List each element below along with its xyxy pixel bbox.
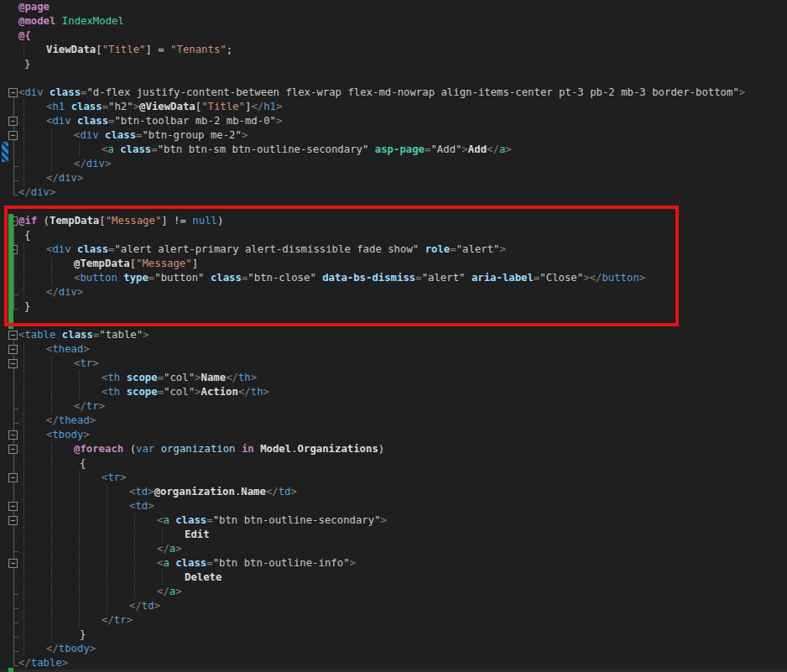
fold-collapse-button[interactable]: − bbox=[8, 345, 18, 354]
fold-guide-line bbox=[13, 100, 14, 114]
code-line[interactable]: </tr> bbox=[0, 613, 787, 628]
code-line[interactable]: −<div class="alert alert-primary alert-d… bbox=[0, 242, 787, 257]
code-token: > bbox=[639, 272, 645, 284]
code-line[interactable]: −@foreach (var organization in Model.Org… bbox=[0, 442, 787, 456]
code-token: "col" bbox=[164, 372, 195, 383]
fold-collapse-button[interactable]: − bbox=[8, 473, 18, 482]
code-line[interactable]: { bbox=[0, 228, 787, 242]
code-token: Action bbox=[201, 386, 238, 398]
indent-guide bbox=[23, 442, 24, 456]
code-line-text: <thead> bbox=[46, 342, 90, 357]
code-line[interactable] bbox=[0, 200, 787, 214]
code-line[interactable]: <h1 class="h2">@ViewData["Title"]</h1> bbox=[0, 100, 787, 114]
code-token: "btn btn-outline-info" bbox=[213, 557, 350, 569]
code-line[interactable]: </td> bbox=[0, 599, 787, 613]
code-line-text: <tr> bbox=[102, 471, 127, 485]
code-line[interactable]: { bbox=[0, 456, 787, 471]
code-token: > bbox=[105, 158, 111, 169]
fold-collapse-button[interactable]: − bbox=[8, 331, 18, 340]
code-token: "button" bbox=[154, 272, 204, 284]
code-line[interactable]: <th scope="col">Action</th> bbox=[0, 385, 787, 399]
code-line[interactable]: </a> bbox=[0, 585, 787, 599]
code-line[interactable]: @model IndexModel bbox=[0, 14, 787, 29]
code-token: Model bbox=[260, 443, 291, 455]
indent-guide bbox=[134, 528, 135, 542]
code-line[interactable]: −<tr> bbox=[0, 357, 787, 371]
code-line[interactable]: −@if (TempData["Message"] != null) bbox=[0, 214, 787, 228]
fold-collapse-button[interactable]: − bbox=[8, 88, 18, 97]
fold-guide-line bbox=[13, 628, 14, 642]
indent-guide bbox=[23, 585, 24, 599]
code-line[interactable]: ViewData["Title"] = "Tenants"; bbox=[0, 43, 787, 57]
indent-guide bbox=[79, 542, 80, 556]
fold-guide-line bbox=[13, 143, 14, 157]
code-line[interactable]: </table> bbox=[0, 656, 787, 670]
indent-guide bbox=[51, 599, 52, 613]
fold-collapse-button[interactable]: − bbox=[8, 516, 18, 525]
code-line[interactable]: −<thead> bbox=[0, 342, 787, 357]
indent-guide bbox=[23, 342, 24, 357]
fold-collapse-button[interactable]: − bbox=[8, 359, 18, 368]
code-token: = bbox=[415, 272, 421, 284]
code-line[interactable]: −<a class="btn btn-outline-secondary"> bbox=[0, 513, 787, 528]
code-line[interactable]: Edit bbox=[0, 528, 787, 542]
code-line[interactable]: −<td> bbox=[0, 499, 787, 513]
code-token: @foreach bbox=[74, 443, 123, 455]
code-line[interactable]: </tbody> bbox=[0, 642, 787, 656]
code-line-text: <div class="alert alert-primary alert-di… bbox=[46, 242, 506, 257]
code-line[interactable]: −<tr> bbox=[0, 471, 787, 485]
fold-guide-line bbox=[13, 456, 14, 471]
code-line[interactable]: −<tbody> bbox=[0, 428, 787, 442]
code-token: </ bbox=[46, 643, 59, 654]
fold-collapse-button[interactable]: − bbox=[8, 559, 18, 568]
code-line[interactable]: −<div class="btn-group me-2"> bbox=[0, 128, 787, 143]
code-token: </ bbox=[266, 486, 279, 497]
code-line[interactable]: </thead> bbox=[0, 414, 787, 428]
code-line[interactable]: Delete bbox=[0, 570, 787, 585]
code-token: class bbox=[71, 101, 102, 112]
indent-guide bbox=[79, 570, 80, 585]
fold-collapse-button[interactable]: − bbox=[8, 445, 18, 454]
code-token: th bbox=[107, 386, 120, 398]
indent-guide bbox=[79, 599, 80, 613]
code-token: div bbox=[86, 158, 105, 169]
fold-collapse-button[interactable]: − bbox=[8, 430, 18, 440]
code-line[interactable]: <a class="btn btn-sm btn-outline-seconda… bbox=[0, 143, 787, 157]
code-line[interactable]: −<div class="d-flex justify-content-betw… bbox=[0, 86, 787, 100]
code-line[interactable]: </div> bbox=[0, 157, 787, 171]
code-line[interactable]: </a> bbox=[0, 542, 787, 556]
git-gutter-added-indicator[interactable] bbox=[8, 214, 13, 329]
fold-collapse-button[interactable]: − bbox=[8, 117, 18, 126]
code-token: thead bbox=[52, 343, 83, 355]
fold-end-corner bbox=[14, 166, 18, 167]
code-token: > bbox=[127, 614, 133, 626]
code-line[interactable]: </tr> bbox=[0, 399, 787, 414]
fold-collapse-button[interactable]: − bbox=[8, 502, 18, 511]
code-line[interactable] bbox=[0, 314, 787, 328]
code-line[interactable]: @TempData["Message"] bbox=[0, 257, 787, 271]
code-line[interactable]: } bbox=[0, 57, 787, 71]
indent-guide bbox=[23, 485, 24, 499]
git-gutter-added-indicator[interactable] bbox=[8, 668, 13, 672]
code-line[interactable]: <td>@organization.Name</td> bbox=[0, 485, 787, 499]
code-token: ) bbox=[378, 443, 384, 455]
code-line[interactable]: <button type="button" class="btn-close" … bbox=[0, 271, 787, 285]
code-line[interactable]: <th scope="col">Name</th> bbox=[0, 371, 787, 385]
code-line[interactable]: −<table class="table"> bbox=[0, 328, 787, 342]
code-line[interactable]: −<div class="btn-toolbar mb-2 mb-md-0"> bbox=[0, 114, 787, 128]
code-line[interactable]: } bbox=[0, 628, 787, 642]
fold-collapse-button[interactable]: − bbox=[8, 131, 18, 140]
code-line[interactable] bbox=[0, 71, 787, 86]
code-line[interactable]: −<a class="btn btn-outline-info"> bbox=[0, 556, 787, 570]
code-line[interactable]: </div> bbox=[0, 285, 787, 300]
code-line[interactable]: </div> bbox=[0, 185, 787, 200]
git-gutter-modified-indicator[interactable] bbox=[2, 142, 8, 162]
code-token: } bbox=[24, 58, 30, 70]
code-token: @{ bbox=[18, 29, 31, 41]
code-token: @if bbox=[18, 215, 37, 227]
code-line[interactable]: } bbox=[0, 300, 787, 314]
code-line[interactable]: @{ bbox=[0, 29, 787, 43]
code-line[interactable]: @page bbox=[0, 0, 787, 14]
code-token: td bbox=[135, 500, 148, 512]
code-line[interactable]: </div> bbox=[0, 171, 787, 185]
